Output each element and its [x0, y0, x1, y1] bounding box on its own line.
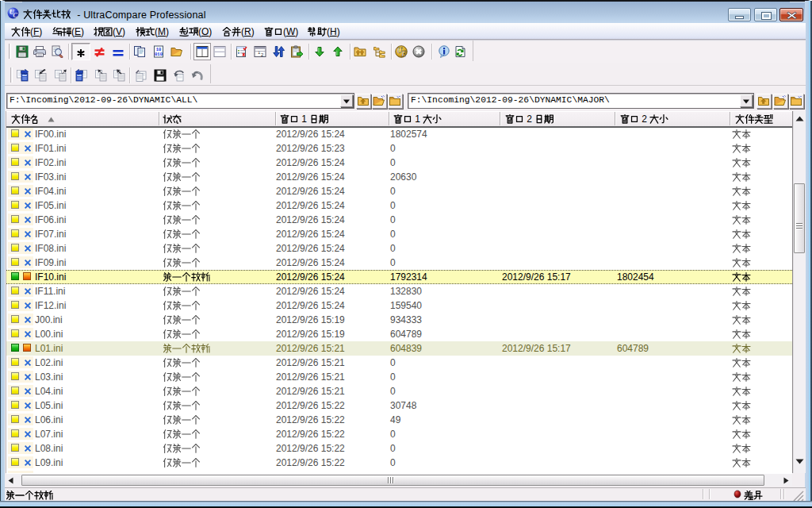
svg-text:C: C: [13, 11, 17, 19]
svg-text:010: 010: [155, 52, 163, 57]
svg-text:E: E: [400, 50, 406, 58]
